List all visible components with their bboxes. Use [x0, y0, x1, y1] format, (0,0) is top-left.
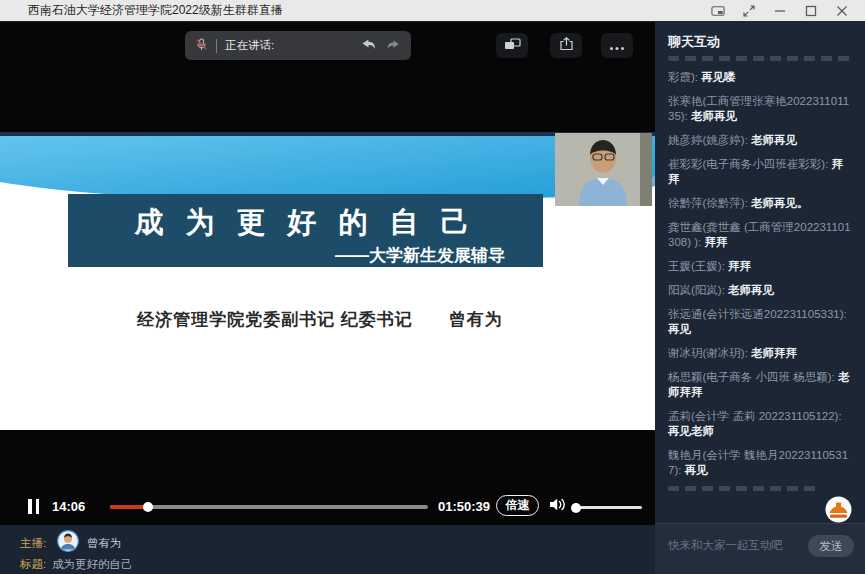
chat-message-sender: 彩霞):	[668, 71, 701, 83]
chat-message-sender: 谢冰玥(谢冰玥):	[668, 347, 751, 359]
chat-message-text: 老师再见	[751, 134, 797, 146]
fullscreen-icon[interactable]	[742, 4, 756, 17]
chat-message: 杨思颖(电子商务 小四班 杨思颖): 老师拜拜	[668, 370, 854, 400]
send-button[interactable]: 发送	[808, 535, 854, 557]
chat-message: 阳岚(阳岚): 老师再见	[668, 283, 854, 298]
slide-presenter-line: 经济管理学院党委副书记 纪委书记 曾有为	[0, 308, 640, 331]
muted-mic-icon	[195, 37, 208, 55]
share-button[interactable]	[550, 33, 582, 58]
chat-message: 孟莉(会计学 孟莉 202231105122): 再见老师	[668, 409, 854, 439]
total-time: 01:50:39	[438, 499, 490, 514]
slide-title-band: 成 为 更 好 的 自 己 ——大学新生发展辅导	[68, 194, 543, 267]
window-title: 西南石油大学经济管理学院2022级新生群群直播	[28, 2, 283, 19]
chat-message-sender: 张远通(会计张远通202231105331):	[668, 308, 847, 320]
clipped-message-bottom	[668, 486, 818, 491]
chat-message: 崔彩彩(电子商务小四班崔彩彩): 拜拜	[668, 157, 854, 187]
chat-message: 彩霞): 再见喽	[668, 70, 854, 85]
divider	[216, 39, 217, 53]
more-button[interactable]	[601, 33, 633, 58]
chat-message: 魏艳月(会计学 魏艳月202231105317): 再见	[668, 448, 854, 478]
chat-message: 徐黔萍(徐黔萍): 老师再见。	[668, 196, 854, 211]
chat-message-text: 拜拜	[704, 236, 727, 248]
stream-title-label: 标题:	[20, 557, 46, 572]
forward-arrow-icon[interactable]	[386, 37, 401, 55]
player-controls: 14:06 01:50:39 倍速	[0, 492, 655, 526]
chat-message-text: 老师拜拜	[751, 347, 797, 359]
chat-message-text: 再见老师	[668, 425, 714, 437]
chat-message-sender: 阳岚(阳岚):	[668, 284, 728, 296]
presenter-webcam	[555, 133, 652, 206]
chat-message-sender: 姚彦婷(姚彦婷):	[668, 134, 751, 146]
minimize-icon[interactable]	[773, 4, 787, 17]
chat-message-text: 老师再见。	[751, 197, 809, 209]
more-icon	[609, 37, 625, 55]
chat-panel: 聊天互动 彩霞): 再见喽 张寒艳(工商管理张寒艳202231101135): …	[655, 22, 865, 574]
chat-message: 姚彦婷(姚彦婷): 老师再见	[668, 133, 854, 148]
window-titlebar: 西南石油大学经济管理学院2022级新生群群直播	[0, 0, 865, 22]
chat-message: 张远通(会计张远通202231105331): 再见	[668, 307, 854, 337]
volume-knob[interactable]	[571, 503, 581, 513]
volume-icon[interactable]	[549, 497, 566, 516]
close-icon[interactable]	[835, 4, 849, 17]
reply-arrow-icon[interactable]	[360, 37, 377, 55]
host-label: 主播:	[20, 536, 46, 551]
now-speaking-label: 正在讲话:	[225, 38, 274, 53]
share-icon	[559, 37, 574, 55]
chat-message-sender: 杨思颖(电子商务 小四班 杨思颖):	[668, 371, 838, 383]
chat-message-text: 拜拜	[728, 260, 751, 272]
stream-title: 成为更好的自己	[52, 557, 133, 572]
chat-message: 龚世鑫(龚世鑫 (工商管理202231101308) ): 拜拜	[668, 220, 854, 250]
chat-input-area: 发送	[655, 523, 865, 574]
clipped-message-top	[668, 56, 854, 61]
slide-subtitle: ——大学新生发展辅导	[68, 244, 543, 267]
presenter-figure	[555, 133, 652, 206]
chat-message-sender: 孟莉(会计学 孟莉 202231105122):	[668, 410, 842, 422]
chat-message-sender: 龚世鑫(龚世鑫 (工商管理202231101308) ):	[668, 221, 851, 248]
progress-knob[interactable]	[143, 502, 153, 512]
chat-message-text: 再见喽	[701, 71, 736, 83]
chat-message-list[interactable]: 彩霞): 再见喽 张寒艳(工商管理张寒艳202231101135): 老师再见 …	[655, 56, 865, 500]
window-controls	[711, 4, 865, 17]
picture-in-picture-icon[interactable]	[711, 4, 725, 17]
chat-message-text: 再见	[685, 464, 708, 476]
maximize-icon[interactable]	[804, 4, 818, 17]
live-stream-window: 西南石油大学经济管理学院2022级新生群群直播	[0, 0, 865, 574]
chat-message-text: 老师再见	[691, 110, 737, 122]
volume-slider[interactable]	[574, 506, 642, 509]
chat-message: 王媛(王媛): 拜拜	[668, 259, 854, 274]
video-player-area: 正在讲话:	[0, 22, 655, 574]
chat-message: 谢冰玥(谢冰玥): 老师拜拜	[668, 346, 854, 361]
school-logo	[825, 496, 852, 523]
screen-switch-icon	[504, 37, 521, 55]
playback-speed-button[interactable]: 倍速	[496, 495, 539, 516]
host-name: 曾有为	[87, 536, 122, 551]
slide-title: 成 为 更 好 的 自 己	[68, 203, 543, 243]
speak-bar-arrows	[360, 37, 401, 55]
now-speaking-bar: 正在讲话:	[185, 31, 411, 60]
host-avatar	[57, 530, 79, 552]
stream-info-bar: 主播: 曾有为 标题: 成为更好的自己	[0, 525, 655, 574]
chat-message-sender: 徐黔萍(徐黔萍):	[668, 197, 751, 209]
chat-message-text: 再见	[668, 323, 691, 335]
current-time: 14:06	[52, 499, 85, 514]
chat-message-sender: 崔彩彩(电子商务小四班崔彩彩):	[668, 158, 832, 170]
chat-input[interactable]	[668, 539, 793, 551]
seek-bar[interactable]	[110, 505, 428, 509]
pause-button[interactable]	[28, 499, 42, 514]
chat-header: 聊天互动	[655, 22, 865, 51]
chat-message-text: 老师再见	[728, 284, 774, 296]
screen-switch-button[interactable]	[496, 33, 528, 58]
chat-message: 张寒艳(工商管理张寒艳202231101135): 老师再见	[668, 94, 854, 124]
chat-message-sender: 王媛(王媛):	[668, 260, 728, 272]
